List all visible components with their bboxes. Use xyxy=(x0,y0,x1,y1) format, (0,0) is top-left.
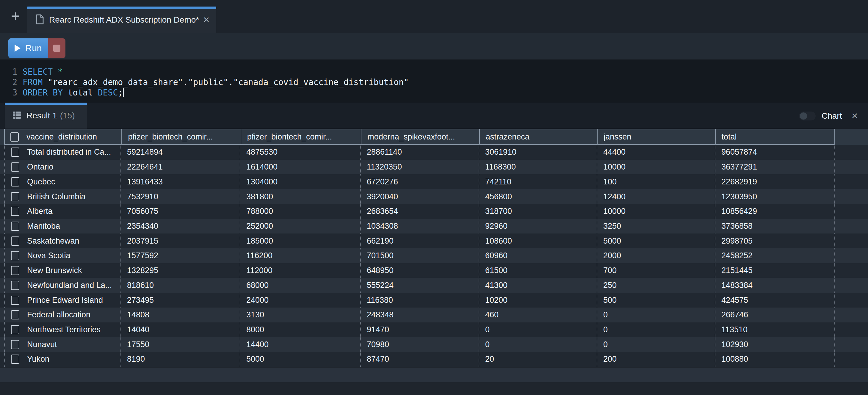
column-header-6[interactable]: total xyxy=(715,129,834,144)
chart-toggle-knob xyxy=(800,113,807,120)
row-value-cell: 96057874 xyxy=(715,145,835,160)
new-tab-button[interactable]: + xyxy=(7,8,24,25)
row-value-cell: 10200 xyxy=(479,293,597,308)
code-token: SELECT xyxy=(23,67,53,77)
run-button-group: Run xyxy=(8,38,65,58)
column-header-2[interactable]: pfizer_biontech_comir... xyxy=(241,129,361,144)
row-checkbox[interactable] xyxy=(11,281,19,290)
column-header-1[interactable]: pfizer_biontech_comir... xyxy=(121,129,240,144)
column-header-label: vaccine_distribution xyxy=(27,132,97,142)
row-name-label: Newfoundland and La... xyxy=(27,281,112,290)
row-checkbox[interactable] xyxy=(11,340,19,349)
results-close-icon[interactable]: ✕ xyxy=(851,111,858,121)
table-row: Saskatchewan2037915185000662190108600500… xyxy=(0,234,868,248)
row-value-cell: 12400 xyxy=(597,189,715,204)
row-value-cell: 424575 xyxy=(715,293,835,308)
row-value-cell: 1483384 xyxy=(715,278,835,293)
table-row: British Columbia753291038180039200404568… xyxy=(0,189,868,204)
tab-close-icon[interactable]: ✕ xyxy=(203,15,210,25)
row-checkbox[interactable] xyxy=(11,221,19,231)
row-name-cell: Yukon xyxy=(4,352,121,367)
row-checkbox[interactable] xyxy=(11,310,19,320)
row-name-cell: Total distributed in Ca... xyxy=(4,145,121,160)
row-value-cell: 1328295 xyxy=(121,263,240,278)
row-value-cell: 14808 xyxy=(121,308,240,323)
row-value-cell: 1034308 xyxy=(361,219,479,234)
row-checkbox[interactable] xyxy=(11,296,19,305)
row-value-cell: 3061910 xyxy=(479,145,597,160)
table-grid-icon xyxy=(12,111,22,120)
row-value-cell: 91470 xyxy=(361,323,479,337)
row-value-cell: 662190 xyxy=(361,234,479,248)
row-value-cell: 17550 xyxy=(121,337,240,352)
chart-toggle[interactable] xyxy=(799,112,816,120)
row-value-cell: 10856429 xyxy=(715,204,835,219)
row-checkbox[interactable] xyxy=(11,177,19,186)
code-token: "public" xyxy=(188,77,228,87)
row-checkbox[interactable] xyxy=(11,148,19,157)
row-value-cell: 2354340 xyxy=(121,219,240,234)
row-value-cell: 3130 xyxy=(240,308,361,323)
row-value-cell: 2000 xyxy=(597,248,715,263)
row-value-cell: 266746 xyxy=(715,308,835,323)
row-value-cell: 24000 xyxy=(240,293,361,308)
row-name-label: Saskatchewan xyxy=(27,237,80,246)
tab-title: Rearc Redshift ADX Subscription Demo* xyxy=(49,15,199,25)
row-name-cell: Nova Scotia xyxy=(4,248,121,263)
row-checkbox[interactable] xyxy=(11,237,19,246)
row-value-cell: 10000 xyxy=(597,204,715,219)
row-name-cell: Alberta xyxy=(4,204,121,219)
column-header-5[interactable]: janssen xyxy=(597,129,715,144)
row-name-cell: Federal allocation xyxy=(4,308,121,323)
row-value-cell: 0 xyxy=(597,337,715,352)
row-value-cell: 108600 xyxy=(479,234,597,248)
row-value-cell: 0 xyxy=(597,323,715,337)
table-row: Ontario222646411614000113203501168300100… xyxy=(0,160,868,175)
row-value-cell: 59214894 xyxy=(121,145,240,160)
code-token xyxy=(53,67,58,77)
document-icon xyxy=(36,14,44,26)
row-name-cell: Saskatchewan xyxy=(4,234,121,248)
row-value-cell: 1168300 xyxy=(479,160,597,175)
run-button[interactable]: Run xyxy=(8,38,48,58)
row-value-cell: 248348 xyxy=(361,308,479,323)
row-checkbox[interactable] xyxy=(11,251,19,260)
column-header-vaccine-distribution[interactable]: vaccine_distribution xyxy=(5,129,121,144)
row-value-cell: 318700 xyxy=(479,204,597,219)
row-checkbox[interactable] xyxy=(11,355,19,364)
column-header-3[interactable]: moderna_spikevaxfoot... xyxy=(361,129,479,144)
row-value-cell: 113510 xyxy=(715,323,835,337)
sql-editor[interactable]: 1SELECT *2FROM "rearc_adx_demo_data_shar… xyxy=(0,60,868,102)
row-value-cell: 788000 xyxy=(240,204,361,219)
line-number: 3 xyxy=(0,87,17,98)
result-tab[interactable]: Result 1 (15) xyxy=(5,102,87,129)
row-value-cell: 5000 xyxy=(240,352,361,367)
row-value-cell: 185000 xyxy=(240,234,361,248)
table-row: Prince Edward Island27349524000116380102… xyxy=(0,293,868,308)
code-token: ; xyxy=(118,88,123,97)
row-checkbox[interactable] xyxy=(11,325,19,334)
row-name-cell: Newfoundland and La... xyxy=(4,278,121,293)
row-checkbox[interactable] xyxy=(11,162,19,172)
row-checkbox[interactable] xyxy=(11,192,19,201)
select-all-checkbox[interactable] xyxy=(10,132,19,142)
row-value-cell: 2998705 xyxy=(715,234,835,248)
row-value-cell: 22682919 xyxy=(715,174,835,189)
code-token: ORDER BY xyxy=(23,88,63,97)
row-checkbox[interactable] xyxy=(11,266,19,275)
stop-button[interactable] xyxy=(48,38,65,58)
column-header-4[interactable]: astrazeneca xyxy=(479,129,597,144)
row-value-cell: 8000 xyxy=(240,323,361,337)
row-checkbox[interactable] xyxy=(11,207,19,216)
table-row: Quebec1391643313040006720276742110100226… xyxy=(0,174,868,189)
row-value-cell: 102930 xyxy=(715,337,835,352)
result-tab-label: Result 1 xyxy=(27,111,57,120)
row-value-cell: 500 xyxy=(597,293,715,308)
row-value-cell: 14400 xyxy=(240,337,361,352)
row-value-cell: 381800 xyxy=(240,189,361,204)
row-name-cell: Manitoba xyxy=(4,219,121,234)
row-value-cell: 100880 xyxy=(715,352,835,367)
code-token: "rearc_adx_demo_data_share" xyxy=(48,77,183,87)
row-value-cell: 252000 xyxy=(240,219,361,234)
tab-rearc-redshift-demo[interactable]: Rearc Redshift ADX Subscription Demo* ✕ xyxy=(27,6,216,33)
